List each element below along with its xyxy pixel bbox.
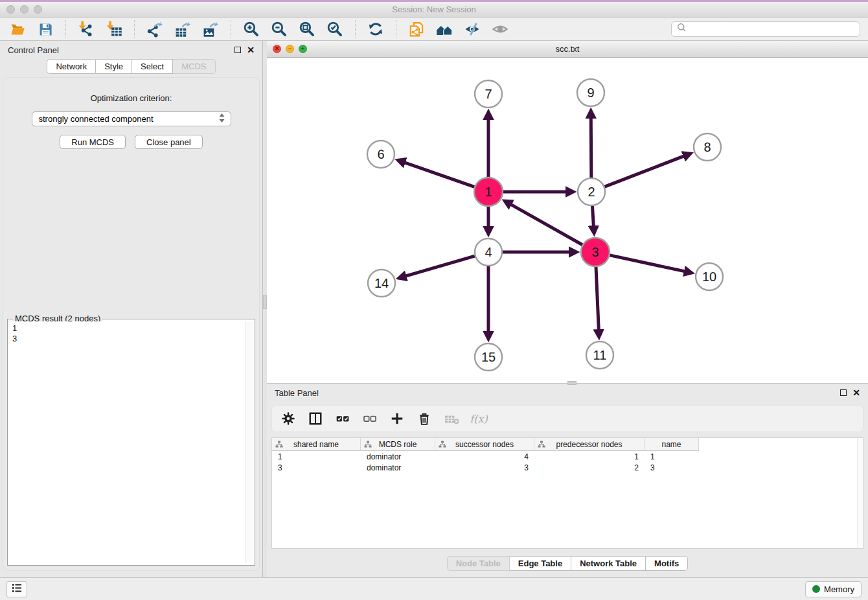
column-type-icon [275,441,283,450]
cell-name[interactable]: 3 [645,463,699,472]
node-2[interactable]: 2 [578,178,605,205]
network-overview-icon[interactable] [435,20,454,38]
network-minimize-button[interactable]: − [286,45,294,53]
select-all-icon[interactable] [336,411,350,426]
mcds-panel: Optimization criterion: strongly connect… [3,77,260,571]
edge-2-8[interactable] [605,156,684,187]
search-icon [676,22,688,36]
node-8[interactable]: 8 [694,133,721,161]
tab-node-table[interactable]: Node Table [447,556,510,571]
hide-graphics-detail-icon[interactable] [463,20,482,38]
node-14[interactable]: 14 [368,270,395,297]
node-1[interactable]: 1 [474,178,503,206]
search-box[interactable] [671,21,860,37]
edge-3-10[interactable] [610,255,684,271]
tab-network[interactable]: Network [47,59,96,74]
task-history-button[interactable] [6,581,27,597]
import-table-icon[interactable] [104,20,124,38]
column-header-name[interactable]: name [645,438,699,451]
node-11[interactable]: 11 [586,341,613,369]
column-header-successor-nodes[interactable]: successor nodes [435,438,534,451]
clone-network-icon[interactable] [407,20,426,38]
export-network-icon[interactable] [145,20,165,38]
toolbar-separator [65,20,66,38]
trash-icon[interactable] [417,411,431,426]
table-scrollbar[interactable] [857,438,863,548]
node-table: shared nameMCDS rolesuccessor nodesprede… [271,437,863,549]
cell-predecessor-nodes[interactable]: 1 [534,452,645,461]
table-row[interactable]: 1dominator411 [272,451,863,462]
tab-select[interactable]: Select [132,59,173,74]
edge-2-9[interactable] [591,118,591,178]
edge-2-3[interactable] [592,206,593,226]
column-type-icon [538,441,545,450]
network-resize-grip[interactable] [567,381,577,385]
edge-3-1[interactable] [511,205,582,245]
tab-edge-table[interactable]: Edge Table [510,556,571,571]
cell-predecessor-nodes[interactable]: 2 [534,463,645,472]
cell-name[interactable]: 1 [645,452,699,461]
cell-successor-nodes[interactable]: 3 [435,463,534,472]
network-canvas[interactable]: 7968124314101511 [267,58,868,383]
zoom-out-icon[interactable] [269,20,289,38]
export-table-icon[interactable] [173,20,192,38]
cell-shared-name[interactable]: 1 [272,452,361,461]
graph-svg: 7968124314101511 [267,58,868,383]
node-15[interactable]: 15 [475,343,502,371]
float-table-panel-icon[interactable] [840,389,847,396]
column-header-predecessor-nodes[interactable]: predecessor nodes [534,438,645,451]
table-panel-title: Table Panel [275,388,319,398]
memory-button[interactable]: Memory [805,581,862,597]
columns-icon[interactable] [308,411,323,426]
export-image-icon[interactable] [201,20,220,38]
close-panel-icon[interactable]: ✕ [247,47,255,53]
open-folder-icon[interactable] [8,20,27,38]
cell-MCDS-role[interactable]: dominator [361,452,435,461]
add-icon[interactable] [390,411,404,426]
panel-divider[interactable] [262,41,267,577]
tab-network-table[interactable]: Network Table [571,556,646,571]
column-header-MCDS-role[interactable]: MCDS role [361,438,435,451]
node-9[interactable]: 9 [577,79,604,106]
criterion-dropdown[interactable]: strongly connected component [32,111,231,126]
node-6[interactable]: 6 [367,141,394,168]
save-icon[interactable] [36,20,55,38]
node-3[interactable]: 3 [581,238,610,266]
zoom-selected-icon[interactable] [325,20,345,38]
status-bar: Memory [0,577,868,600]
import-network-icon[interactable] [76,20,96,38]
edge-4-14[interactable] [406,256,475,276]
cell-shared-name[interactable]: 3 [272,463,361,472]
zoom-fit-icon[interactable] [297,20,317,38]
cell-MCDS-role[interactable]: dominator [361,463,435,472]
mcds-result-values: 13 [10,321,246,563]
close-table-panel-icon[interactable]: ✕ [852,389,860,396]
deselect-all-icon[interactable] [363,411,377,426]
svg-text:8: 8 [703,140,711,154]
table-row[interactable]: 3dominator323 [272,462,863,473]
node-10[interactable]: 10 [696,263,723,290]
gear-icon[interactable] [281,411,295,426]
column-header-shared-name[interactable]: shared name [272,438,361,451]
network-zoom-button[interactable]: + [299,45,307,53]
run-mcds-button[interactable]: Run MCDS [60,135,126,149]
node-4[interactable]: 4 [475,238,502,266]
refresh-icon[interactable] [366,20,385,38]
result-scrollbar[interactable] [246,321,253,563]
control-panel-header: Control Panel ✕ [0,41,262,59]
node-7[interactable]: 7 [475,80,502,108]
memory-label: Memory [824,584,854,594]
edge-1-6[interactable] [405,163,474,187]
tab-mcds[interactable]: MCDS [173,59,215,74]
edge-3-11[interactable] [596,267,599,330]
cell-successor-nodes[interactable]: 4 [435,452,534,461]
network-close-button[interactable]: ✕ [273,45,281,53]
zoom-in-icon[interactable] [242,20,261,38]
tab-motifs[interactable]: Motifs [646,556,688,571]
search-input[interactable] [691,25,855,34]
close-panel-button[interactable]: Close panel [135,135,203,149]
network-title: scc.txt [267,44,868,54]
svg-text:11: 11 [593,348,607,362]
tab-style[interactable]: Style [96,59,132,74]
float-panel-icon[interactable] [234,47,241,53]
